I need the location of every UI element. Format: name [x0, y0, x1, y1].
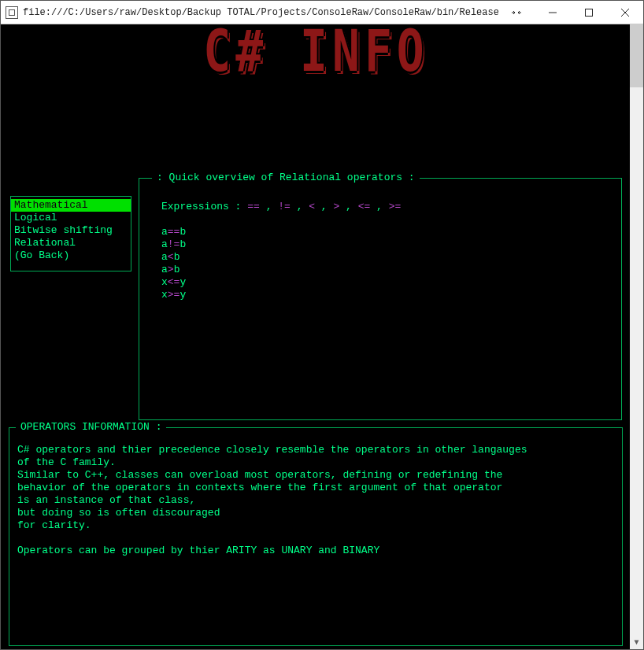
operand: a [161, 238, 168, 250]
operand: a [161, 251, 168, 263]
operand: a [161, 264, 168, 275]
category-menu: MathematicalLogicalBitwise shiftingRelat… [10, 196, 131, 271]
overview-title: : Quick overview of Relational operators… [152, 172, 420, 184]
app-logo: C# INFO [203, 43, 428, 59]
example-line: a==b [161, 226, 605, 238]
operand: x [161, 289, 168, 301]
separator: , [370, 201, 388, 212]
operator-token: <= [358, 201, 371, 212]
minimize-button[interactable] [535, 1, 571, 24]
example-line: x<=y [161, 276, 605, 289]
operator-token: >= [168, 289, 180, 301]
separator: , [260, 201, 278, 212]
vertical-scrollbar[interactable]: ▲ ▼ [630, 24, 643, 649]
operator-token: <= [168, 276, 180, 288]
info-title: OPERATORS INFORMATION : [16, 421, 166, 434]
window-title: file:///C:/Users/raw/Desktop/Backup TOTA… [23, 7, 498, 18]
operator-token: != [168, 238, 180, 250]
operand: b [174, 251, 180, 263]
app-window: file:///C:/Users/raw/Desktop/Backup TOTA… [0, 0, 644, 650]
scroll-thumb[interactable] [630, 24, 643, 87]
info-panel: OPERATORS INFORMATION : C# operators and… [9, 427, 623, 646]
operand: b [180, 238, 186, 250]
logo-row: C# INFO [9, 45, 624, 71]
operator-token: < [168, 251, 174, 263]
menu-item-bitwise-shifting[interactable]: Bitwise shifting [11, 224, 131, 237]
operator-token: == [168, 226, 180, 238]
operand: a [161, 226, 168, 238]
operator-token: < [309, 201, 315, 212]
example-line: a!=b [161, 238, 605, 251]
menu-item-go-back[interactable]: (Go Back) [11, 249, 131, 262]
overview-body: Expressions : == , != , < , > , <= , >= … [139, 179, 621, 309]
separator: , [339, 201, 357, 212]
operator-token: != [278, 201, 291, 212]
close-button[interactable] [607, 1, 643, 24]
app-icon [6, 6, 18, 19]
maximize-button[interactable] [571, 1, 607, 24]
example-line: x>=y [161, 289, 605, 301]
scroll-down-icon[interactable]: ▼ [630, 636, 643, 649]
console-area: C# INFO MathematicalLogicalBitwise shift… [1, 24, 630, 649]
operand: b [180, 226, 186, 238]
overview-panel: : Quick overview of Relational operators… [139, 178, 622, 420]
content-row: C# INFO MathematicalLogicalBitwise shift… [1, 24, 643, 649]
example-line: a<b [161, 251, 605, 264]
expressions-label: Expressions : [161, 201, 247, 212]
separator: , [291, 201, 309, 212]
example-line: a>b [161, 264, 605, 276]
operand: y [180, 289, 186, 301]
operand: y [180, 276, 186, 288]
operand: x [161, 276, 168, 288]
svg-rect-1 [586, 9, 593, 16]
restore-arrows-icon[interactable] [498, 1, 535, 24]
operand: b [174, 264, 180, 275]
window-controls [498, 1, 643, 24]
example-list: a==ba!=ba<ba>bx<=yx>=y [161, 226, 605, 301]
separator: , [315, 201, 333, 212]
operator-token: > [168, 264, 174, 275]
expressions-line: Expressions : == , != , < , > , <= , >= [161, 201, 605, 213]
menu-item-logical[interactable]: Logical [11, 212, 131, 224]
menu-item-relational[interactable]: Relational [11, 237, 131, 249]
operator-token: >= [389, 201, 402, 212]
menu-item-mathematical[interactable]: Mathematical [11, 199, 131, 212]
info-body: C# operators and thier precedence closel… [9, 428, 622, 565]
operator-token: == [247, 201, 260, 212]
